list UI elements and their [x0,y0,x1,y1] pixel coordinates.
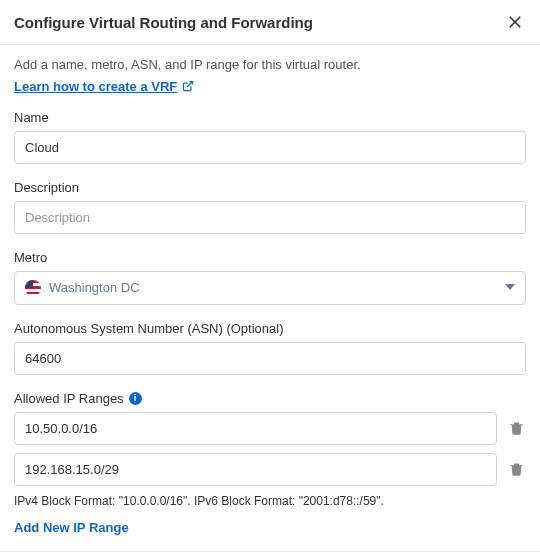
intro-text: Add a name, metro, ASN, and IP range for… [14,55,526,75]
asn-input[interactable] [14,342,526,375]
trash-icon [509,461,524,477]
dialog-header: Configure Virtual Routing and Forwarding [0,0,540,45]
dialog-title: Configure Virtual Routing and Forwarding [14,14,313,31]
chevron-down-icon [505,280,515,295]
ip-range-input[interactable] [14,453,497,486]
delete-ip-range-button[interactable] [507,459,526,479]
metro-label: Metro [14,250,526,265]
info-icon[interactable]: i [129,392,142,405]
ip-range-input[interactable] [14,412,497,445]
metro-select[interactable]: Washington DC [14,271,526,305]
svg-marker-3 [505,284,515,290]
asn-label: Autonomous System Number (ASN) (Optional… [14,321,526,336]
ip-ranges-label: Allowed IP Ranges [14,391,124,406]
learn-vrf-link[interactable]: Learn how to create a VRF [14,79,194,94]
ip-range-row [14,453,526,486]
description-label: Description [14,180,526,195]
ip-range-row [14,412,526,445]
name-field: Name [14,110,526,164]
add-ip-range-link[interactable]: Add New IP Range [14,520,129,535]
metro-selected-value: Washington DC [49,280,140,295]
trash-icon [509,420,524,436]
asn-field: Autonomous System Number (ASN) (Optional… [14,321,526,375]
delete-ip-range-button[interactable] [507,418,526,438]
name-label: Name [14,110,526,125]
learn-vrf-link-text: Learn how to create a VRF [14,79,177,94]
ip-format-hint: IPv4 Block Format: "10.0.0.0/16". IPv6 B… [14,494,526,508]
metro-field: Metro Washington DC [14,250,526,305]
description-input[interactable] [14,201,526,234]
ip-ranges-field: Allowed IP Ranges i IPv4 Block Format: "… [14,391,526,535]
svg-line-2 [187,82,193,88]
us-flag-icon [25,280,41,296]
description-field: Description [14,180,526,234]
name-input[interactable] [14,131,526,164]
external-link-icon [182,80,194,92]
dialog-body: Add a name, metro, ASN, and IP range for… [0,45,540,551]
close-icon [506,13,524,31]
close-button[interactable] [504,11,526,33]
